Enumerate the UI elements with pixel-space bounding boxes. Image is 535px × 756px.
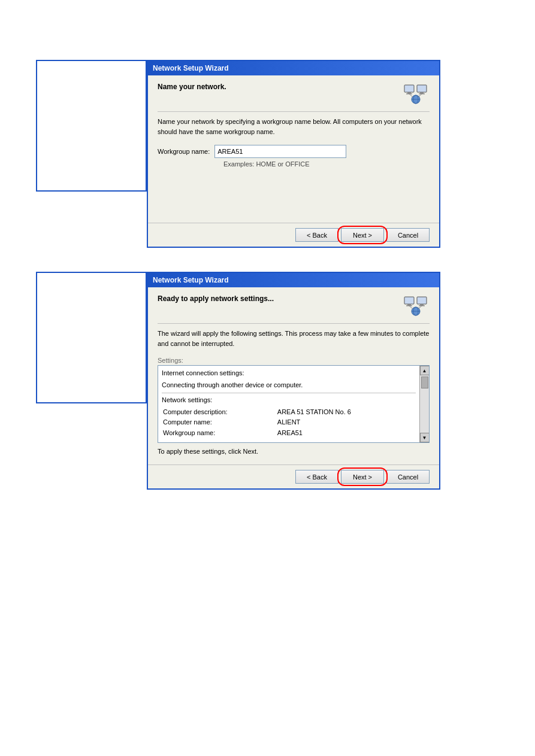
cancel-button-1[interactable]: Cancel	[386, 228, 430, 242]
computer-description-value: AREA 51 STATION No. 6	[276, 407, 416, 418]
wizard-dialog-2: Network Setup Wizard Ready to apply netw…	[147, 272, 440, 490]
computer-name-value: ALIENT	[276, 417, 416, 428]
svg-rect-1	[407, 92, 411, 93]
computer-description-label: Computer description:	[162, 407, 276, 418]
scroll-thumb[interactable]	[421, 377, 428, 388]
wizard-header-1: Name your network.	[158, 83, 430, 112]
page-wrapper: Network Setup Wizard Name your network.	[12, 12, 523, 538]
wizard-description-1: Name your network by specifying a workgr…	[158, 117, 430, 136]
wizard-titlebar-2: Network Setup Wizard	[148, 273, 439, 287]
wizard-title-2-label: Network Setup Wizard	[153, 276, 229, 284]
wizard-footer-1: < Back Next > Cancel	[148, 223, 439, 247]
cancel-button-2[interactable]: Cancel	[386, 470, 430, 484]
network-icon-2	[402, 294, 430, 318]
scroll-down-arrow[interactable]: ▼	[420, 433, 430, 442]
wizard-body-1: Name your network.	[148, 75, 439, 223]
next-button-1[interactable]: Next >	[341, 228, 384, 242]
wizard-header-2: Ready to apply network settings...	[158, 294, 430, 324]
wizard-step-title-2: Ready to apply network settings...	[158, 294, 274, 303]
svg-line-21	[418, 306, 422, 309]
network-icon-1	[402, 83, 430, 107]
settings-box: Internet connection settings: Connecting…	[158, 365, 430, 443]
workgroup-name-row: Workgroup name: AREA51	[162, 428, 416, 439]
wizard-dialog-1: Network Setup Wizard Name your network.	[147, 60, 440, 248]
internet-connection-label: Internet connection settings:	[162, 368, 416, 379]
next-button-2[interactable]: Next >	[341, 470, 384, 484]
svg-rect-14	[417, 297, 427, 304]
network-settings-table: Computer description: AREA 51 STATION No…	[162, 407, 416, 439]
svg-rect-0	[404, 85, 414, 92]
wizard-row-1: Network Setup Wizard Name your network.	[36, 60, 499, 248]
wizard-title-1-label: Network Setup Wizard	[153, 64, 229, 72]
sidebar-image-1	[36, 60, 147, 192]
workgroup-label: Workgroup name:	[158, 148, 210, 155]
wizard-description-2: The wizard will apply the following sett…	[158, 329, 430, 348]
svg-rect-4	[420, 92, 424, 93]
next-button-wrapper-1: Next >	[341, 228, 384, 242]
svg-line-9	[409, 94, 413, 97]
computer-name-row: Computer name: ALIENT	[162, 417, 416, 428]
scroll-up-arrow[interactable]: ▲	[420, 366, 430, 375]
apply-settings-text: To apply these settings, click Next.	[158, 448, 430, 455]
back-button-2[interactable]: < Back	[295, 470, 338, 484]
computer-description-row: Computer description: AREA 51 STATION No…	[162, 407, 416, 418]
svg-rect-12	[407, 304, 411, 305]
svg-rect-3	[417, 85, 427, 92]
wizard-row-2: Network Setup Wizard Ready to apply netw…	[36, 272, 499, 490]
settings-content: Internet connection settings: Connecting…	[158, 366, 419, 442]
network-settings-label: Network settings:	[162, 395, 416, 406]
settings-heading: Settings:	[158, 357, 430, 364]
workgroup-example: Examples: HOME or OFFICE	[223, 160, 430, 168]
workgroup-name-label: Workgroup name:	[162, 428, 276, 439]
wizard-step-title-1: Name your network.	[158, 83, 226, 91]
workgroup-name-value: AREA51	[276, 428, 416, 439]
wizard-body-2: Ready to apply network settings...	[148, 287, 439, 464]
settings-divider	[162, 393, 416, 393]
wizard-footer-2: < Back Next > Cancel	[148, 464, 439, 488]
internet-connection-value: Connecting through another device or com…	[162, 380, 416, 391]
settings-scrollbar[interactable]: ▲ ▼	[419, 366, 429, 442]
workgroup-input[interactable]	[214, 145, 346, 158]
svg-rect-15	[420, 304, 424, 305]
workgroup-form-row: Workgroup name:	[158, 145, 430, 158]
computer-name-label: Computer name:	[162, 417, 276, 428]
sidebar-image-2	[36, 272, 147, 403]
wizard-titlebar-1: Network Setup Wizard	[148, 61, 439, 75]
svg-line-20	[409, 306, 413, 309]
back-button-1[interactable]: < Back	[295, 228, 338, 242]
svg-rect-11	[404, 297, 414, 304]
next-button-wrapper-2: Next >	[341, 470, 384, 484]
svg-line-10	[418, 94, 422, 97]
